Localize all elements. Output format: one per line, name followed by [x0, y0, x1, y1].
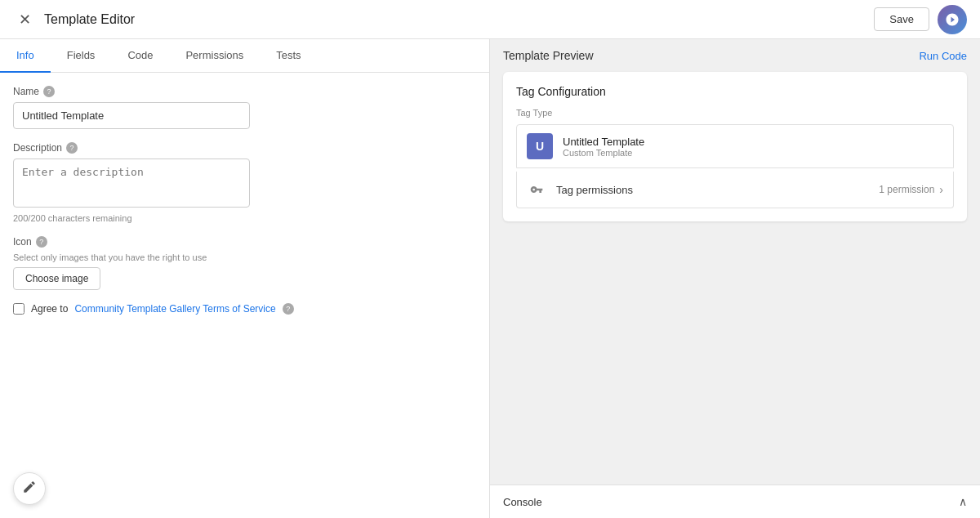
tab-tests[interactable]: Tests [260, 39, 317, 73]
tag-type-row: U Untitled Template Custom Template [516, 124, 954, 168]
tag-config-title: Tag Configuration [516, 85, 954, 98]
floating-edit-button[interactable] [13, 472, 46, 505]
permissions-row[interactable]: Tag permissions 1 permission › [516, 172, 954, 208]
icon-hint-text: Select only images that you have the rig… [13, 252, 476, 262]
right-panel-title: Template Preview [503, 49, 594, 62]
char-count: 200/200 characters remaining [13, 213, 476, 223]
description-field-group: Description ? 200/200 characters remaini… [13, 142, 476, 223]
user-avatar-button[interactable] [938, 5, 967, 34]
name-field-group: Name ? [13, 86, 476, 129]
header-right: Save [874, 5, 967, 34]
header-title: Template Editor [44, 12, 135, 27]
close-icon: ✕ [19, 11, 31, 29]
tag-subname: Custom Template [563, 148, 943, 158]
agree-help-icon[interactable]: ? [283, 303, 294, 315]
tab-code[interactable]: Code [111, 39, 169, 73]
key-icon [527, 180, 546, 199]
agree-checkbox[interactable] [13, 303, 24, 315]
description-input[interactable] [13, 159, 250, 208]
console-chevron-icon: ∧ [959, 495, 967, 508]
tag-type-label: Tag Type [516, 108, 954, 118]
save-button[interactable]: Save [874, 7, 929, 31]
right-panel: Template Preview Run Code Tag Configurat… [490, 39, 980, 518]
name-help-icon[interactable]: ? [43, 86, 55, 97]
tab-permissions[interactable]: Permissions [169, 39, 260, 73]
tag-config-card: Tag Configuration Tag Type U Untitled Te… [503, 72, 967, 221]
icon-help-icon[interactable]: ? [36, 236, 47, 248]
run-code-button[interactable]: Run Code [919, 50, 967, 62]
terms-link[interactable]: Community Template Gallery Terms of Serv… [74, 303, 275, 315]
left-panel: Info Fields Code Permissions Tests Name … [0, 39, 490, 518]
form-area: Name ? Description ? 200/200 characters … [0, 73, 489, 518]
edit-icon [22, 480, 37, 498]
tag-name: Untitled Template [563, 136, 943, 148]
icon-label: Icon ? [13, 236, 476, 248]
name-label: Name ? [13, 86, 476, 97]
main-layout: Info Fields Code Permissions Tests Name … [0, 39, 980, 518]
icon-field-group: Icon ? Select only images that you have … [13, 236, 476, 290]
tab-info[interactable]: Info [0, 39, 51, 73]
avatar-icon [945, 12, 960, 27]
header: ✕ Template Editor Save [0, 0, 980, 39]
description-help-icon[interactable]: ? [66, 142, 78, 154]
tab-fields[interactable]: Fields [51, 39, 112, 73]
name-input[interactable] [13, 102, 250, 129]
tab-bar: Info Fields Code Permissions Tests [0, 39, 489, 73]
tag-icon: U [527, 133, 553, 159]
console-label: Console [503, 496, 542, 508]
permissions-label: Tag permissions [556, 184, 879, 196]
console-bar[interactable]: Console ∧ [490, 485, 980, 518]
agree-row: Agree to Community Template Gallery Term… [13, 303, 476, 315]
description-label: Description ? [13, 142, 476, 154]
chevron-right-icon: › [939, 183, 943, 196]
right-panel-header: Template Preview Run Code [490, 39, 980, 72]
tag-info: Untitled Template Custom Template [563, 136, 943, 158]
agree-text: Agree to [31, 303, 68, 315]
header-left: ✕ Template Editor [13, 8, 135, 31]
permissions-count: 1 permission [879, 184, 934, 195]
close-button[interactable]: ✕ [13, 8, 36, 31]
choose-image-button[interactable]: Choose image [13, 267, 100, 290]
